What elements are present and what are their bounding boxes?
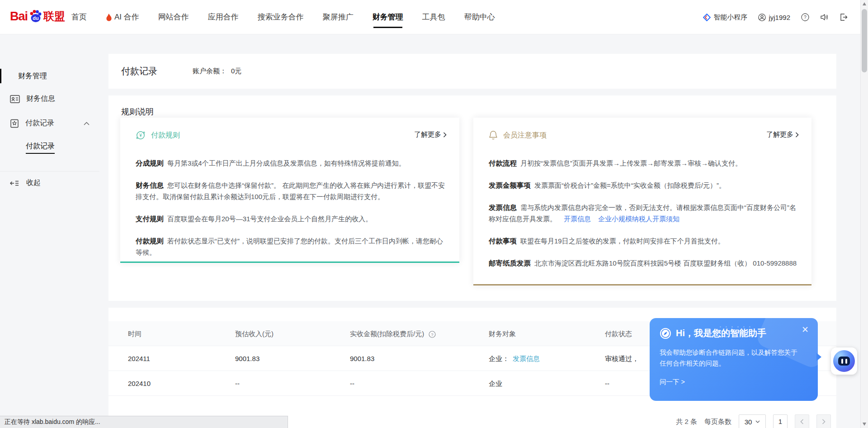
help-question-icon[interactable]: ? — [801, 13, 809, 21]
next-page-button[interactable] — [816, 414, 831, 428]
rule-item: 付款规则若付款状态显示“已支付”，说明联盟已安排了您的付款。支付后三个工作日内到… — [136, 235, 446, 258]
prev-page-button[interactable] — [795, 414, 809, 428]
nav-item-help[interactable]: 帮助中心 — [464, 0, 495, 34]
chevron-right-icon — [822, 419, 826, 424]
sidebar-divider — [0, 171, 99, 171]
nav-item-ai[interactable]: AI 合作 — [106, 0, 139, 34]
rule-item: 财务信息您可以在财务信息中选择“保留付款”。 在此期间您产生的收入将在账户内进行… — [136, 180, 446, 202]
svg-text:?: ? — [431, 333, 434, 337]
speaker-icon[interactable] — [820, 13, 829, 21]
per-page-label: 每页条数 — [704, 418, 731, 426]
cell-target: 企业：发票信息 — [489, 346, 540, 371]
flame-icon — [106, 14, 112, 21]
cell-actual: -- — [350, 371, 354, 396]
rule-item: 发票金额事项发票票面“价税合计”金额=系统中“实收金额（扣除税费后/元）”。 — [489, 180, 798, 191]
invoice-info-table-link[interactable]: 发票信息 — [513, 355, 540, 362]
scrollbar-down-arrow-icon[interactable] — [863, 423, 866, 426]
miniapp-entry[interactable]: 智能小程序 — [703, 13, 747, 22]
top-navbar: Bai du 联盟 首页 AI 合作 网站合作 应用合作 搜索业务合作 聚屏推广… — [0, 0, 860, 34]
compass-icon — [660, 328, 671, 339]
main-menu: 首页 AI 合作 网站合作 应用合作 搜索业务合作 聚屏推广 财务管理 工具包 … — [71, 0, 495, 34]
member-notes-panel: 会员注意事项 了解更多 付款流程月初按“发票信息”页面开具发票→上传发票→邮寄发… — [473, 118, 811, 285]
sidebar-collapse-button[interactable]: 收起 — [10, 178, 41, 188]
account-balance: 账户余额：0元 — [193, 67, 241, 76]
cell-target: 企业 — [489, 371, 506, 396]
scrollbar-thumb[interactable] — [862, 9, 867, 72]
rule-item: 付款事项联盟在每月19日之后签收的发票，付款时间安排在下个月首批支付。 — [489, 235, 798, 247]
sidebar-item-payment-records[interactable]: 付款记录 — [10, 119, 90, 128]
user-menu[interactable]: jyj1992 — [758, 14, 790, 21]
assistant-fab-button[interactable] — [831, 347, 857, 375]
page-title: 付款记录 — [121, 65, 157, 77]
assistant-popup: Hi，我是您的智能助手 ✕ 我会帮助您诊断合作链路问题，以及解答您关于任何合作相… — [650, 318, 818, 401]
page-header-card: 付款记录 账户余额：0元 — [108, 54, 836, 89]
nav-item-home[interactable]: 首页 — [71, 0, 87, 34]
sidebar-section-title: 财务管理 — [18, 71, 47, 81]
browser-status-bar: 正在等待 xlab.baidu.com 的响应... — [0, 416, 288, 428]
id-card-icon — [10, 95, 20, 104]
cell-status: 审核通过， — [605, 346, 639, 371]
badge-star-icon — [10, 119, 19, 128]
assistant-message: 我会帮助您诊断合作链路问题，以及解答您关于任何合作相关的问题。 — [660, 347, 803, 369]
close-icon[interactable]: ✕ — [802, 325, 809, 334]
invoice-info-link[interactable]: 开票信息 — [564, 215, 591, 223]
pagination-total: 共 2 条 — [676, 418, 697, 426]
cell-time: 202411 — [128, 346, 150, 371]
baidu-union-logo[interactable]: Bai du 联盟 — [10, 8, 65, 24]
member-notes-more-link[interactable]: 了解更多 — [766, 130, 799, 139]
col-actual-amount: 实收金额(扣除税费后/元) ? — [350, 321, 436, 346]
sidebar-active-mark — [0, 69, 1, 83]
svg-text:du: du — [33, 15, 38, 21]
sidebar: 财务管理 财务信息 付款记录 付款记录 收起 — [0, 34, 99, 428]
navbar-right: 智能小程序 jyj1992 ? — [703, 0, 848, 34]
svg-text:¥: ¥ — [139, 133, 142, 138]
svg-text:?: ? — [804, 14, 807, 20]
page-number-button[interactable]: 1 — [773, 414, 788, 428]
cell-actual: 9001.83 — [350, 346, 374, 371]
collapse-arrow-icon — [10, 180, 19, 186]
chevron-up-icon — [84, 122, 90, 125]
assistant-popup-header: Hi，我是您的智能助手 — [660, 327, 766, 339]
sidebar-item-finance-info[interactable]: 财务信息 — [10, 94, 90, 104]
cell-time: 202410 — [128, 371, 151, 396]
nav-item-search-biz[interactable]: 搜索业务合作 — [258, 0, 304, 34]
nav-item-website[interactable]: 网站合作 — [158, 0, 189, 34]
scrollbar-up-arrow-icon[interactable] — [863, 2, 866, 5]
rules-card: 规则说明 ¥ 付款规则 了解更多 分成规则每月第3或4个工作日产出上月分成信息及… — [108, 95, 836, 301]
assistant-popup-pointer — [816, 353, 821, 361]
chevron-right-icon — [795, 132, 799, 138]
baidu-paw-icon: du — [28, 8, 43, 24]
assistant-title: Hi，我是您的智能助手 — [676, 327, 766, 339]
logo-text-union: 联盟 — [43, 9, 65, 24]
miniapp-diamond-icon — [703, 14, 711, 21]
cell-status: -- — [605, 371, 609, 396]
chevron-down-icon — [755, 420, 760, 423]
col-estimated-income: 预估收入(元) — [235, 321, 274, 346]
nav-item-screen-promo[interactable]: 聚屏推广 — [323, 0, 354, 34]
payment-rules-more-link[interactable]: 了解更多 — [414, 130, 447, 139]
nav-item-finance[interactable]: 财务管理 — [373, 0, 403, 34]
nav-item-toolkit[interactable]: 工具包 — [422, 0, 445, 34]
rule-item: 支付规则百度联盟会在每月20号—31号支付企业会员上个自然月产生的收入。 — [136, 213, 446, 224]
col-payment-status: 付款状态 — [605, 321, 632, 346]
member-notes-body: 付款流程月初按“发票信息”页面开具发票→上传发票→邮寄发票→审核→确认支付。 发… — [489, 157, 798, 280]
pagination: 共 2 条 每页条数 30 1 — [676, 414, 831, 428]
bell-icon — [489, 130, 498, 140]
user-icon — [758, 14, 766, 21]
member-notes-header: 会员注意事项 — [489, 130, 547, 140]
rule-item: 发票信息需与系统内发票信息内容完全一致，否则无法支付。请根据发票信息页面中“百度… — [489, 202, 798, 224]
nav-item-app[interactable]: 应用合作 — [208, 0, 239, 34]
rule-item: 付款流程月初按“发票信息”页面开具发票→上传发票→邮寄发票→审核→确认支付。 — [489, 157, 798, 169]
coin-yen-icon: ¥ — [136, 130, 146, 140]
col-time: 时间 — [128, 321, 142, 346]
cell-estimated: 9001.83 — [235, 346, 259, 371]
rule-item: 分成规则每月第3或4个工作日产出上月分成信息及发票信息，如有特殊情况将提前通知。 — [136, 157, 446, 169]
logout-icon[interactable] — [840, 13, 848, 21]
ask-now-link[interactable]: 问一下 > — [660, 378, 685, 386]
per-page-select[interactable]: 30 — [739, 414, 766, 428]
small-taxpayer-guide-link[interactable]: 企业小规模纳税人开票须知 — [598, 215, 679, 223]
info-question-icon[interactable]: ? — [429, 331, 436, 338]
cell-estimated: -- — [235, 371, 240, 396]
sidebar-subitem-payment-records[interactable]: 付款记录 — [26, 142, 55, 151]
vertical-scrollbar[interactable] — [860, 0, 868, 428]
